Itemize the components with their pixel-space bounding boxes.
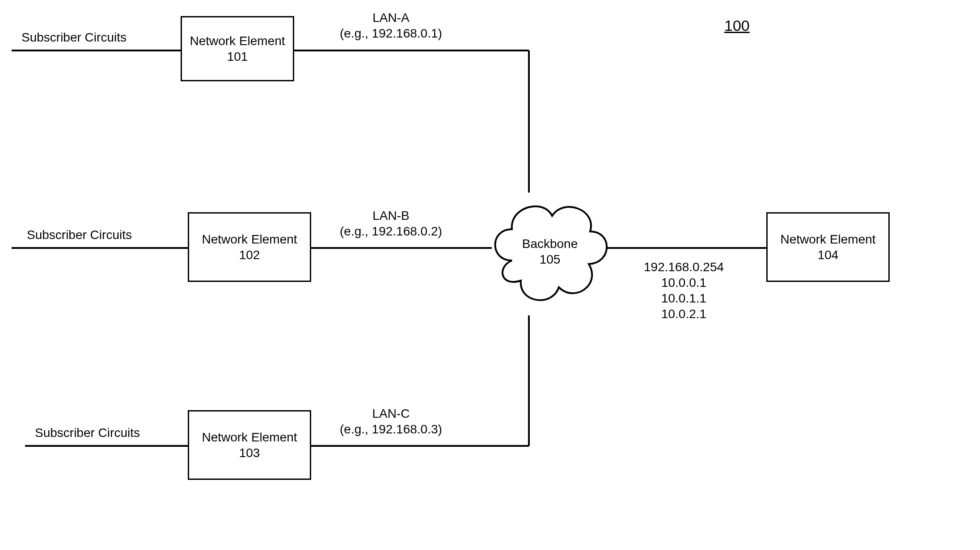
- ne102-id: 102: [239, 247, 260, 263]
- lan-c-name: LAN-C: [340, 406, 442, 421]
- lan-b-addr: (e.g., 192.168.0.2): [340, 223, 442, 239]
- network-element-104: Network Element 104: [766, 212, 890, 282]
- lan-c-addr: (e.g., 192.168.0.3): [340, 421, 442, 437]
- subscriber-label-3: Subscriber Circuits: [35, 425, 140, 441]
- subscriber-label-1: Subscriber Circuits: [21, 29, 127, 45]
- ne101-id: 101: [227, 49, 248, 64]
- ne103-id: 103: [239, 445, 260, 461]
- lan-a-label: LAN-A (e.g., 192.168.0.1): [340, 10, 442, 41]
- network-element-101: Network Element 101: [181, 16, 294, 81]
- ne104-ip-4: 10.0.2.1: [644, 306, 724, 322]
- ne103-title: Network Element: [202, 429, 297, 445]
- network-element-103: Network Element 103: [188, 410, 311, 480]
- ne104-title: Network Element: [780, 231, 875, 247]
- ne101-title: Network Element: [190, 33, 285, 49]
- lan-b-label: LAN-B (e.g., 192.168.0.2): [340, 208, 442, 239]
- ne104-id: 104: [818, 247, 839, 263]
- subscriber-label-2: Subscriber Circuits: [27, 227, 132, 243]
- figure-number: 100: [724, 17, 750, 34]
- lan-c-label: LAN-C (e.g., 192.168.0.3): [340, 406, 442, 437]
- ne104-ip-3: 10.0.1.1: [644, 290, 724, 306]
- diagram-stage: Backbone 105 100 Subscriber Circuits Sub…: [0, 0, 980, 550]
- lan-a-addr: (e.g., 192.168.0.1): [340, 25, 442, 41]
- network-element-102: Network Element 102: [188, 212, 311, 282]
- backbone-title: Backbone: [485, 236, 615, 252]
- ne104-ip-2: 10.0.0.1: [644, 275, 724, 290]
- lan-a-name: LAN-A: [340, 10, 442, 25]
- backbone-id: 105: [485, 252, 615, 267]
- backbone-label: Backbone 105: [485, 236, 615, 267]
- ne104-ip-list: 192.168.0.254 10.0.0.1 10.0.1.1 10.0.2.1: [644, 259, 724, 322]
- ne102-title: Network Element: [202, 231, 297, 247]
- backbone-cloud: Backbone 105: [485, 185, 615, 319]
- lan-b-name: LAN-B: [340, 208, 442, 223]
- ne104-ip-1: 192.168.0.254: [644, 259, 724, 275]
